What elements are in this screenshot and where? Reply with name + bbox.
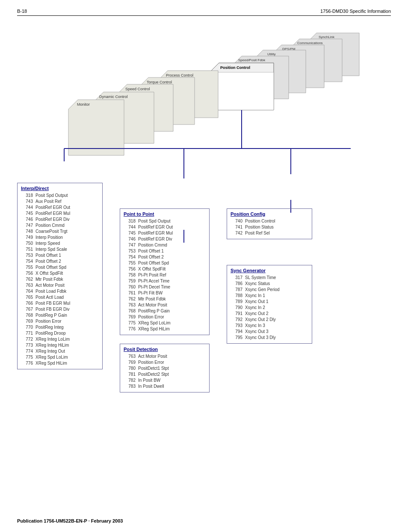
item-label: CoarsePosit Trgt bbox=[35, 229, 67, 235]
list-item: 782In Posit BW bbox=[124, 377, 206, 383]
list-item: 776XReg Spd HiLim bbox=[124, 326, 206, 332]
point-to-point-title: Point to Point bbox=[124, 211, 206, 217]
svg-rect-6 bbox=[210, 72, 274, 110]
list-item: 786Xsync Status bbox=[231, 281, 308, 287]
item-label: Posit Spd Output bbox=[138, 218, 171, 224]
header-right: 1756-DMD30 Specific Information bbox=[320, 9, 391, 14]
list-item: 755Posit Offset Spd bbox=[21, 265, 99, 270]
item-label: PositRef EGR Mul bbox=[35, 211, 70, 217]
item-label: Pt-Pt Decel Time bbox=[138, 284, 170, 290]
item-number: 745 bbox=[21, 211, 33, 217]
item-number: 761 bbox=[124, 290, 136, 296]
list-item: 318Posit Spd Output bbox=[124, 218, 206, 224]
item-number: 788 bbox=[231, 293, 242, 299]
item-number: 747 bbox=[124, 242, 136, 248]
item-label: Interp Position bbox=[35, 235, 63, 241]
item-number: 762 bbox=[124, 296, 136, 302]
svg-text:Dynamic Control: Dynamic Control bbox=[99, 95, 128, 99]
item-number: 776 bbox=[124, 326, 136, 332]
item-label: Position Control bbox=[245, 218, 275, 224]
item-number: 754 bbox=[21, 259, 33, 265]
list-item: 755Posit Offset Spd bbox=[124, 260, 206, 266]
position-config-box: Position Config 740Position Control741Po… bbox=[227, 208, 312, 239]
list-item: 754Posit Offset 2 bbox=[124, 254, 206, 260]
posit-detection-list: 763Act Motor Posit769Position Error780Po… bbox=[124, 354, 206, 389]
item-number: 774 bbox=[21, 348, 33, 354]
item-number: 318 bbox=[124, 218, 136, 224]
item-number: 746 bbox=[21, 217, 33, 223]
item-label: Position Error bbox=[35, 318, 62, 324]
item-number: 755 bbox=[21, 265, 33, 270]
item-label: PositDetct2 Stpt bbox=[138, 372, 169, 377]
list-item: 318Posit Spd Output bbox=[21, 193, 99, 199]
list-item: 792Xsync Out 2 Dly bbox=[231, 317, 308, 323]
item-number: 741 bbox=[231, 224, 242, 230]
list-item: 764Posit Load Fdbk bbox=[21, 288, 99, 294]
list-item: 745PositRef EGR Mul bbox=[124, 230, 206, 236]
item-number: 770 bbox=[21, 324, 33, 330]
item-label: Posit Offset 2 bbox=[138, 254, 164, 260]
item-number: 749 bbox=[21, 235, 33, 241]
list-item: 750Interp Speed bbox=[21, 241, 99, 247]
item-label: Posit FB EGR Div bbox=[35, 306, 69, 312]
page-header: B-18 1756-DMD30 Specific Information bbox=[17, 9, 391, 16]
posit-detection-title: Posit Detection bbox=[124, 347, 206, 352]
interp-direct-title: Interp/Direct bbox=[21, 186, 99, 191]
item-label: Posit Offset 1 bbox=[35, 253, 61, 259]
item-number: 793 bbox=[231, 323, 242, 329]
svg-text:Process Control: Process Control bbox=[166, 73, 193, 77]
item-label: PositRef EGR Div bbox=[138, 236, 172, 242]
item-label: Posit Offset Spd bbox=[138, 260, 169, 266]
item-label: Xsync Out 3 Dly bbox=[245, 335, 276, 341]
list-item: 761Pt-Pt Filt BW bbox=[124, 290, 206, 296]
item-label: Xsync In 3 bbox=[245, 323, 265, 329]
item-label: XReg Spd HiLim bbox=[138, 326, 170, 332]
item-label: Pt-Pt Posit Ref bbox=[138, 272, 166, 278]
list-item: 756X Offst SpdFilt bbox=[21, 270, 99, 276]
item-number: 771 bbox=[21, 330, 33, 336]
item-number: 766 bbox=[21, 300, 33, 306]
item-number: 763 bbox=[124, 302, 136, 308]
item-label: Act Motor Posit bbox=[138, 302, 167, 308]
item-label: Xsync In 2 bbox=[245, 305, 265, 311]
list-item: 762Mtr Posit Fdbk bbox=[21, 276, 99, 282]
item-label: PositRef EGR Mul bbox=[138, 230, 173, 236]
list-item: 769Position Error bbox=[21, 318, 99, 324]
item-number: 775 bbox=[21, 354, 33, 360]
item-label: X Offst SpdFilt bbox=[138, 266, 166, 272]
list-item: 780PositDetct1 Stpt bbox=[124, 366, 206, 372]
item-label: XReg Integ HiLim bbox=[35, 342, 69, 348]
list-item: 741Position Status bbox=[231, 224, 308, 230]
item-number: 769 bbox=[21, 318, 33, 324]
item-number: 763 bbox=[124, 354, 136, 360]
svg-text:Torque Control: Torque Control bbox=[147, 80, 172, 84]
sync-generator-list: 317SL System Time786Xsync Status787Xsync… bbox=[231, 275, 308, 341]
point-to-point-box: Point to Point 318Posit Spd Output744Pos… bbox=[120, 208, 210, 335]
list-item: 756X Offst SpdFilt bbox=[124, 266, 206, 272]
item-label: Position Status bbox=[245, 224, 274, 230]
list-item: 760Pt-Pt Decel Time bbox=[124, 284, 206, 290]
item-number: 760 bbox=[124, 284, 136, 290]
list-item: 743Aux Posit Ref bbox=[21, 199, 99, 205]
svg-text:SynchLink: SynchLink bbox=[319, 35, 335, 39]
list-item: 795Xsync Out 3 Dly bbox=[231, 335, 308, 341]
footer-publication: Publication 1756-UM522B-EN-P · February … bbox=[17, 518, 123, 523]
page-container: B-18 1756-DMD30 Specific Information Syn… bbox=[0, 0, 408, 532]
item-label: Aux Posit Ref bbox=[35, 199, 62, 205]
item-number: 759 bbox=[124, 278, 136, 284]
list-item: 788Xsync In 1 bbox=[231, 293, 308, 299]
list-item: 768PositReg P Gain bbox=[124, 308, 206, 314]
list-item: 751Interp Spd Scale bbox=[21, 247, 99, 253]
list-item: 769Position Error bbox=[124, 360, 206, 366]
list-item: 790Xsync In 2 bbox=[231, 305, 308, 311]
item-number: 746 bbox=[124, 236, 136, 242]
list-item: 791Xsync Out 2 bbox=[231, 311, 308, 317]
item-label: Interp Speed bbox=[35, 241, 60, 247]
item-label: In Posit Dwell bbox=[138, 383, 164, 389]
list-item: 766Posit FB EGR Mul bbox=[21, 300, 99, 306]
item-label: Position Cmmd bbox=[35, 223, 65, 229]
item-number: 750 bbox=[21, 241, 33, 247]
list-item: 787Xsync Gen Period bbox=[231, 287, 308, 293]
item-number: 776 bbox=[21, 360, 33, 366]
item-number: 791 bbox=[231, 311, 242, 317]
